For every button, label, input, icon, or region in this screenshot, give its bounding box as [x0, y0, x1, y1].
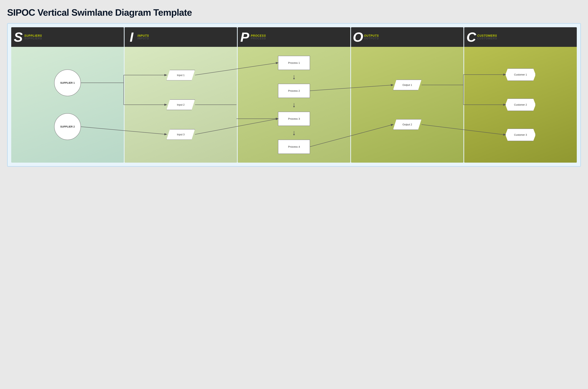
- lane-header-suppliers: S S SUPPLIERS SUPPLIERS: [11, 27, 124, 47]
- letter-fg-i: I: [130, 31, 134, 44]
- lane-body-customers: Customer 1 Customer 2 Customer 3: [464, 47, 577, 162]
- supplier-2: SUPPLIER 2: [54, 113, 81, 140]
- diagram-container: S S SUPPLIERS SUPPLIERS SUPPLIER 1 SUPPL…: [7, 23, 581, 167]
- arrow-p1-p2: [294, 75, 294, 78]
- lane-title-process: PROCESS PROCESS: [251, 34, 266, 40]
- output-2: Output 2: [393, 119, 422, 130]
- lane-title-suppliers: SUPPLIERS SUPPLIERS: [24, 34, 42, 40]
- page-title: SIPOC Vertical Swimlane Diagram Template: [7, 7, 581, 18]
- input-2: Input 2: [166, 99, 195, 110]
- process-3: Process 3: [278, 112, 310, 126]
- lane-header-inputs: I I INPUTS INPUTS: [125, 27, 237, 47]
- lane-title-inputs: INPUTS INPUTS: [138, 34, 149, 40]
- letter-fg-o: O: [353, 31, 363, 44]
- lane-title-shadow-outputs: OUTPUTS: [364, 37, 379, 40]
- output-1: Output 1: [393, 80, 422, 90]
- lane-body-outputs: Output 1 Output 2: [351, 47, 464, 162]
- arrow-p3-p4: [294, 131, 294, 134]
- arrow-p2-p3: [294, 103, 294, 106]
- customer-2: Customer 2: [505, 98, 536, 111]
- lane-process: P P PROCESS PROCESS Process 1 Process 2: [238, 27, 350, 162]
- lane-header-outputs: O O OUTPUTS OUTPUTS: [351, 27, 464, 47]
- lane-body-inputs: Input 1 Input 2 Input 3: [125, 47, 237, 162]
- lane-title-customers: CUSTOMERS CUSTOMERS: [477, 34, 497, 40]
- lanes-row: S S SUPPLIERS SUPPLIERS SUPPLIER 1 SUPPL…: [11, 27, 577, 162]
- lane-header-customers: C C CUSTOMERS CUSTOMERS: [464, 27, 577, 47]
- lane-title-shadow-inputs: INPUTS: [138, 37, 149, 40]
- lane-customers: C C CUSTOMERS CUSTOMERS Customer 1 Custo…: [464, 27, 577, 162]
- process-2: Process 2: [278, 84, 310, 98]
- lane-title-shadow-customers: CUSTOMERS: [477, 37, 497, 40]
- letter-fg-p: P: [240, 31, 249, 44]
- lane-title-shadow-suppliers: SUPPLIERS: [24, 37, 42, 40]
- letter-fg-c: C: [466, 31, 476, 44]
- letter-fg-s: S: [14, 31, 23, 44]
- lane-body-process: Process 1 Process 2 Process 3: [238, 47, 350, 162]
- customer-3: Customer 3: [505, 129, 536, 141]
- lane-outputs: O O OUTPUTS OUTPUTS Output 1 Output 2: [351, 27, 464, 162]
- input-3: Input 3: [166, 129, 195, 140]
- input-1: Input 1: [166, 70, 195, 81]
- supplier-1: SUPPLIER 1: [54, 69, 81, 96]
- lane-inputs: I I INPUTS INPUTS Input 1 Input 2 Input …: [125, 27, 237, 162]
- lane-suppliers: S S SUPPLIERS SUPPLIERS SUPPLIER 1 SUPPL…: [11, 27, 124, 162]
- lane-body-suppliers: SUPPLIER 1 SUPPLIER 2: [11, 47, 124, 162]
- lane-title-outputs: OUTPUTS OUTPUTS: [364, 34, 379, 40]
- lane-header-process: P P PROCESS PROCESS: [238, 27, 350, 47]
- process-1: Process 1: [278, 56, 310, 70]
- process-4: Process 4: [278, 140, 310, 154]
- customer-1: Customer 1: [505, 68, 536, 81]
- lane-title-shadow-process: PROCESS: [251, 37, 266, 40]
